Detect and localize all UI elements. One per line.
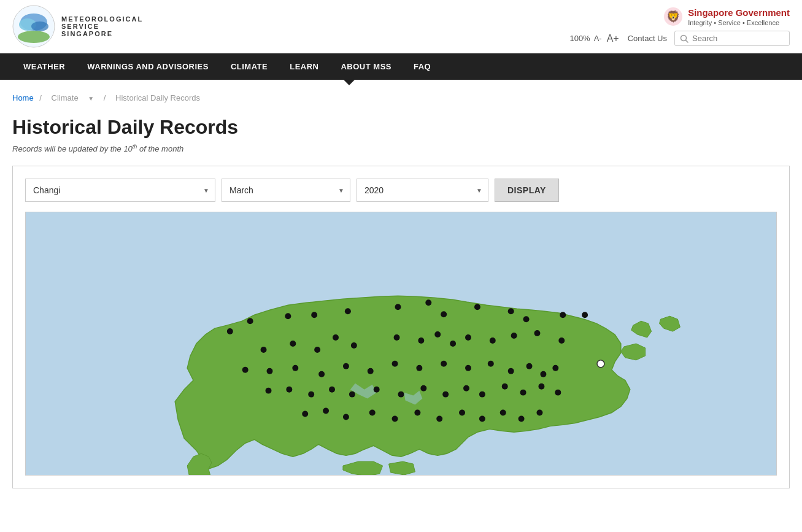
station-dot[interactable] [267,368,273,374]
station-dot[interactable] [582,312,588,318]
station-dot[interactable] [500,410,506,416]
station-dot[interactable] [508,368,514,374]
breadcrumb-separator-1: / [39,93,44,102]
station-dot[interactable] [311,312,317,318]
station-dot[interactable] [374,387,380,393]
station-dot[interactable] [540,371,546,377]
station-dot[interactable] [465,365,471,371]
breadcrumb-home-link[interactable]: Home [12,93,34,102]
station-dot[interactable] [394,334,400,341]
nav-faq[interactable]: FAQ [403,53,442,80]
station-dot[interactable] [395,304,401,310]
station-dot[interactable] [555,390,561,396]
station-select[interactable]: ChangiAdmiraltyAng Mo KioBukit PanjangBu… [25,179,215,202]
station-dot[interactable] [442,391,449,398]
station-dot[interactable] [519,416,525,422]
station-dot[interactable] [436,416,442,422]
station-dot[interactable] [266,388,272,394]
station-dot[interactable] [345,309,351,315]
station-dot[interactable] [414,410,420,416]
font-size-value: 100% [569,34,590,43]
station-dot[interactable] [261,347,267,353]
station-dot[interactable] [523,317,530,323]
nav-warnings[interactable]: WARNINGS AND ADVISORIES [76,53,220,80]
station-dot[interactable] [368,368,374,374]
station-dot[interactable] [333,334,339,341]
mss-logo-icon [12,5,55,48]
nav-climate[interactable]: CLIMATE [220,53,279,80]
station-dot[interactable] [329,387,335,393]
station-dot[interactable] [308,391,314,398]
station-dot[interactable] [463,385,469,391]
station-dot[interactable] [318,371,325,377]
station-dot[interactable] [314,347,320,353]
station-dot[interactable] [285,314,291,320]
station-dot[interactable] [418,337,424,344]
font-increase-button[interactable]: A+ [606,33,620,44]
station-dot[interactable] [349,391,355,398]
station-dot[interactable] [459,410,465,416]
station-dot[interactable] [511,333,517,339]
station-dot[interactable] [392,361,398,367]
station-dot[interactable] [534,330,540,336]
station-dot[interactable] [416,365,422,371]
station-dot[interactable] [441,361,447,367]
station-dot[interactable] [392,416,398,422]
station-dot[interactable] [369,410,376,416]
station-dot[interactable] [479,391,485,398]
station-dot[interactable] [420,385,426,391]
station-dot[interactable] [351,342,357,349]
search-input[interactable] [692,34,784,43]
station-dot[interactable] [343,414,349,420]
station-dot[interactable] [290,341,296,347]
station-dot[interactable] [227,328,233,334]
station-dot[interactable] [558,337,565,344]
station-dot[interactable] [343,363,349,369]
nav-learn[interactable]: LEARN [279,53,330,80]
station-dot[interactable] [474,304,480,310]
station-dot[interactable] [398,391,404,398]
singapore-map-svg [26,212,776,475]
year-select[interactable]: 2015201620172018201920202021202220232024 [357,179,488,202]
svg-point-3 [31,21,48,31]
contact-us-link[interactable]: Contact Us [628,34,667,43]
station-dot[interactable] [490,337,496,344]
station-dot[interactable] [538,384,544,390]
station-dot[interactable] [520,390,526,396]
station-dot[interactable] [488,361,494,367]
station-dot[interactable] [441,312,447,318]
nav-about[interactable]: ABOUT MSS [330,53,403,80]
display-button[interactable]: DISPLAY [495,179,559,202]
nav-weather[interactable]: WEATHER [12,53,76,80]
font-decrease-button[interactable]: A- [593,34,603,43]
svg-line-8 [686,40,688,42]
breadcrumb-climate-link[interactable]: Climate ▼ [48,93,100,102]
breadcrumb-current: Historical Daily Records [115,93,200,102]
station-dot[interactable] [302,411,308,417]
station-dot[interactable] [286,387,292,393]
station-dot[interactable] [242,367,249,373]
station-dot[interactable] [434,331,441,337]
navbar: WEATHER WARNINGS AND ADVISORIES CLIMATE … [0,53,802,80]
station-dot[interactable] [552,365,558,371]
station-dot[interactable] [323,408,329,414]
station-dot[interactable] [425,300,431,306]
station-dot[interactable] [479,416,485,422]
station-dot[interactable] [536,410,542,416]
station-dot[interactable] [502,384,508,390]
station-dot[interactable] [526,363,533,369]
logo-area: Meteorological Service Singapore [12,5,143,48]
climate-dropdown-icon: ▼ [88,95,94,102]
main-content: Historical Daily Records Records will be… [0,110,802,501]
station-dot-selected[interactable] [597,360,604,368]
station-dot[interactable] [292,365,298,371]
year-dropdown-wrap: 2015201620172018201920202021202220232024… [357,179,488,202]
station-dot[interactable] [247,318,253,325]
station-dot[interactable] [465,334,471,341]
station-dot[interactable] [560,312,566,318]
sg-gov-branding: 🦁 Singapore Government Integrity • Servi… [663,7,790,28]
search-box [674,31,790,46]
month-select[interactable]: JanuaryFebruaryMarchAprilMayJuneJulyAugu… [222,179,350,202]
station-dot[interactable] [450,341,456,347]
station-dot[interactable] [508,309,514,315]
